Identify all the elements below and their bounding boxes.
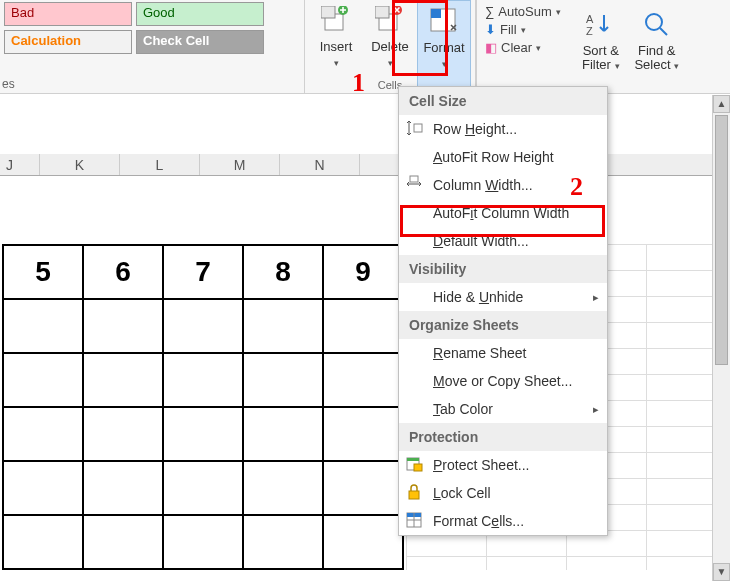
cell[interactable]	[163, 299, 243, 353]
clear-button[interactable]: ◧ Clear ▾	[485, 40, 561, 55]
cell-styles-gallery[interactable]: Bad Good Calculation Check Cell	[4, 0, 274, 93]
cell[interactable]	[323, 299, 403, 353]
scroll-up-button[interactable]: ▲	[713, 95, 730, 113]
vertical-scrollbar[interactable]: ▲ ▼	[712, 95, 730, 581]
submenu-arrow-icon: ▸	[593, 403, 599, 416]
ribbon: Bad Good Calculation Check Cell es Inser…	[0, 0, 730, 94]
dropdown-arrow-icon: ▾	[388, 58, 393, 68]
cell[interactable]	[243, 515, 323, 569]
cell[interactable]	[83, 461, 163, 515]
column-header[interactable]: K	[40, 154, 120, 175]
style-bad[interactable]: Bad	[4, 2, 132, 26]
autosum-label: AutoSum	[498, 4, 551, 19]
column-header[interactable]: L	[120, 154, 200, 175]
cell[interactable]	[83, 407, 163, 461]
cell[interactable]	[243, 299, 323, 353]
column-header[interactable]: M	[200, 154, 280, 175]
sort-icon: AZ	[584, 8, 618, 40]
menu-section-protection: Protection	[399, 423, 607, 451]
menu-section-visibility: Visibility	[399, 255, 607, 283]
insert-icon	[319, 4, 353, 36]
menu-tab-color[interactable]: Tab Color▸	[399, 395, 607, 423]
insert-label: Insert	[309, 40, 363, 54]
fill-label: Fill	[500, 22, 517, 37]
column-width-icon	[405, 175, 425, 195]
menu-row-height[interactable]: Row Height...	[399, 115, 607, 143]
select-label: Select	[634, 57, 670, 72]
menu-move-copy-sheet[interactable]: Move or Copy Sheet...	[399, 367, 607, 395]
cell[interactable]	[323, 407, 403, 461]
svg-rect-16	[409, 491, 419, 499]
format-dropdown-menu: Cell Size Row Height... AutoFit Row Heig…	[398, 86, 608, 536]
svg-point-10	[646, 14, 662, 30]
editing-group: ∑ AutoSum ▾ ⬇ Fill ▾ ◧ Clear ▾	[476, 0, 569, 93]
menu-protect-sheet[interactable]: Protect Sheet...	[399, 451, 607, 479]
autosum-button[interactable]: ∑ AutoSum ▾	[485, 4, 561, 19]
clear-label: Clear	[501, 40, 532, 55]
sort-find-group: AZ Sort &Filter ▾ Find &Select ▾	[569, 0, 689, 93]
cell[interactable]	[323, 353, 403, 407]
scroll-thumb[interactable]	[715, 115, 728, 365]
row-height-icon	[405, 119, 425, 139]
fill-button[interactable]: ⬇ Fill ▾	[485, 22, 561, 37]
submenu-arrow-icon: ▸	[593, 291, 599, 304]
cell[interactable]: 5	[3, 245, 83, 299]
filter-label: Filter	[582, 57, 611, 72]
cell[interactable]: 6	[83, 245, 163, 299]
cell[interactable]	[163, 407, 243, 461]
cell[interactable]	[3, 299, 83, 353]
cell[interactable]	[83, 299, 163, 353]
column-header[interactable]: J	[0, 154, 40, 175]
search-icon	[640, 8, 674, 40]
menu-column-width[interactable]: Column Width...	[399, 171, 607, 199]
cell[interactable]	[323, 515, 403, 569]
cell[interactable]	[163, 515, 243, 569]
style-check-cell[interactable]: Check Cell	[136, 30, 264, 54]
dropdown-arrow-icon: ▾	[442, 59, 447, 69]
menu-format-cells[interactable]: Format Cells...	[399, 507, 607, 535]
cell[interactable]	[243, 353, 323, 407]
format-icon	[427, 5, 461, 37]
scroll-down-button[interactable]: ▼	[713, 563, 730, 581]
cell[interactable]: 8	[243, 245, 323, 299]
svg-rect-12	[410, 176, 418, 182]
find-label: Find &	[638, 43, 676, 58]
svg-rect-14	[407, 458, 419, 461]
cell[interactable]: 9	[323, 245, 403, 299]
menu-section-organize: Organize Sheets	[399, 311, 607, 339]
cell[interactable]	[243, 461, 323, 515]
worksheet-area[interactable]: 5 6 7 8 9	[0, 244, 730, 570]
eraser-icon: ◧	[485, 40, 497, 55]
style-good[interactable]: Good	[136, 2, 264, 26]
find-select-button[interactable]: Find &Select ▾	[629, 4, 685, 93]
style-calculation[interactable]: Calculation	[4, 30, 132, 54]
menu-rename-sheet[interactable]: Rename Sheet	[399, 339, 607, 367]
data-table: 5 6 7 8 9	[2, 244, 404, 570]
protect-sheet-icon	[405, 455, 425, 475]
cell[interactable]: 7	[163, 245, 243, 299]
menu-autofit-row-height[interactable]: AutoFit Row Height	[399, 143, 607, 171]
svg-text:Z: Z	[586, 25, 593, 37]
menu-section-cell-size: Cell Size	[399, 87, 607, 115]
sort-filter-button[interactable]: AZ Sort &Filter ▾	[573, 4, 629, 93]
sort-label: Sort &	[583, 43, 619, 58]
cell[interactable]	[163, 353, 243, 407]
cell[interactable]	[243, 407, 323, 461]
menu-default-width[interactable]: Default Width...	[399, 227, 607, 255]
styles-group-label: es	[2, 77, 15, 91]
dropdown-arrow-icon: ▾	[536, 43, 541, 53]
cell[interactable]	[163, 461, 243, 515]
svg-rect-11	[414, 124, 422, 132]
cell[interactable]	[3, 353, 83, 407]
cell[interactable]	[3, 407, 83, 461]
cell[interactable]	[323, 461, 403, 515]
menu-autofit-column-width[interactable]: AutoFit Column Width	[399, 199, 607, 227]
cell[interactable]	[3, 461, 83, 515]
menu-hide-unhide[interactable]: Hide & Unhide▸	[399, 283, 607, 311]
menu-lock-cell[interactable]: Lock Cell	[399, 479, 607, 507]
cell[interactable]	[3, 515, 83, 569]
column-header[interactable]: N	[280, 154, 360, 175]
lock-icon	[405, 483, 425, 503]
cell[interactable]	[83, 353, 163, 407]
cell[interactable]	[83, 515, 163, 569]
